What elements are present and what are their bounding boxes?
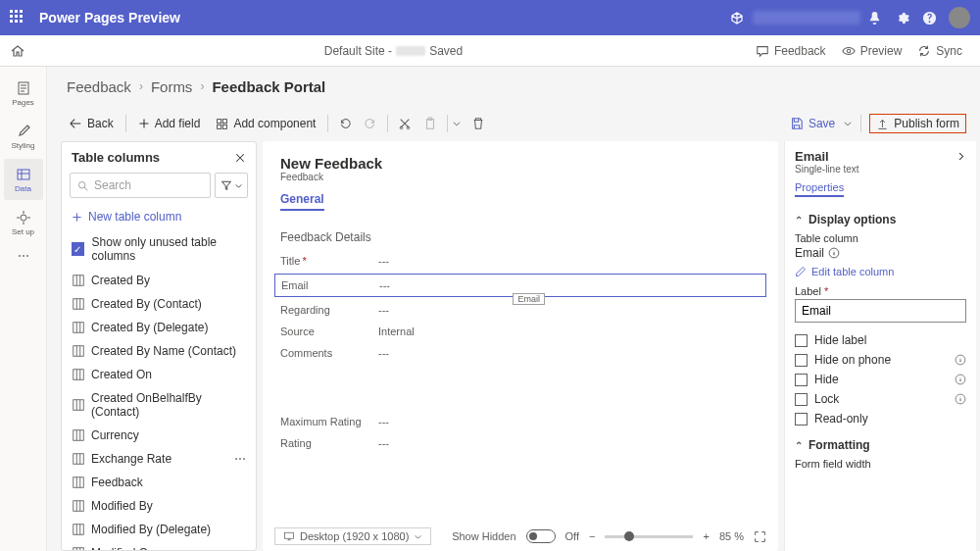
breadcrumb-item[interactable]: Feedback <box>67 78 131 95</box>
undo-button[interactable] <box>332 111 358 136</box>
form-field-row[interactable]: Maximum Rating--- <box>280 411 760 432</box>
prop-chevron-icon[interactable] <box>956 151 966 162</box>
label-input[interactable] <box>795 299 966 323</box>
show-unused-checkbox[interactable]: ✓Show only unused table columns <box>62 229 256 269</box>
rail-pages[interactable]: Pages <box>4 73 43 114</box>
app-launcher-icon[interactable] <box>10 10 25 25</box>
panel-title: Table columns <box>72 150 160 165</box>
rail-styling[interactable]: Styling <box>4 116 43 157</box>
redo-button[interactable] <box>358 111 383 136</box>
prop-type: Single-line text <box>795 164 966 175</box>
show-hidden-toggle[interactable] <box>526 529 556 543</box>
paste-button[interactable] <box>417 111 443 136</box>
feedback-button[interactable]: Feedback <box>748 44 834 58</box>
close-panel-icon[interactable] <box>234 152 246 164</box>
column-item[interactable]: Created By Name (Contact) <box>62 339 256 363</box>
show-hidden-state: Off <box>565 530 579 542</box>
edit-table-column-link[interactable]: Edit table column <box>795 266 966 277</box>
zoom-value: 85 % <box>719 530 744 542</box>
breadcrumb-current: Feedback Portal <box>212 78 325 95</box>
group-display[interactable]: Display options <box>808 213 896 226</box>
form-field-row[interactable]: Rating--- <box>280 432 760 454</box>
label-label: Label <box>795 285 821 297</box>
info-icon[interactable] <box>828 247 840 259</box>
add-field-button[interactable]: Add field <box>130 110 209 137</box>
delete-button[interactable] <box>466 111 491 136</box>
publish-form-button[interactable]: Publish form <box>869 114 966 133</box>
user-avatar[interactable] <box>949 7 970 28</box>
add-component-button[interactable]: Add component <box>208 110 323 137</box>
column-item[interactable]: Created On <box>62 363 256 386</box>
rail-setup[interactable]: Set up <box>4 202 43 243</box>
app-topbar: Power Pages Preview <box>0 0 980 35</box>
fullscreen-icon[interactable] <box>754 530 766 543</box>
form-canvas: New Feedback Feedback General Feedback D… <box>263 141 778 551</box>
zoom-slider[interactable] <box>605 535 693 538</box>
column-item[interactable]: Created By (Delegate) <box>62 316 256 339</box>
site-cmdbar: Default Site - Saved Feedback Preview Sy… <box>0 35 980 67</box>
site-name-prefix: Default Site - <box>324 44 392 58</box>
breadcrumb-item[interactable]: Forms <box>151 78 193 95</box>
group-formatting[interactable]: Formatting <box>808 438 870 452</box>
filter-button[interactable] <box>215 173 248 198</box>
form-field-row[interactable]: Title*--- <box>280 250 760 272</box>
column-item[interactable]: Created OnBelhalfBy (Contact) <box>62 386 256 424</box>
prop-checkbox[interactable]: Hide on phone <box>795 350 966 370</box>
cut-button[interactable] <box>392 111 417 136</box>
prop-checkbox[interactable]: Lock <box>795 389 966 409</box>
sync-button[interactable]: Sync <box>909 44 970 58</box>
notifications-icon[interactable] <box>860 4 888 31</box>
column-item[interactable]: Feedback <box>62 471 256 494</box>
paste-chevron[interactable] <box>452 119 466 128</box>
table-column-label: Table column <box>795 232 966 244</box>
site-name <box>396 46 425 56</box>
column-item[interactable]: Currency <box>62 424 256 447</box>
prop-name: Email <box>795 149 829 164</box>
help-icon[interactable] <box>915 4 943 31</box>
column-item[interactable]: Modified On <box>62 541 256 550</box>
zoom-in[interactable]: + <box>703 530 709 542</box>
back-button[interactable]: Back <box>61 110 122 137</box>
new-column-button[interactable]: New table column <box>62 204 256 229</box>
rail-more[interactable]: ⋯ <box>18 249 29 263</box>
form-field-width-label: Form field width <box>795 458 966 470</box>
column-item[interactable]: Modified By <box>62 494 256 518</box>
prop-checkbox[interactable]: Read-only <box>795 409 966 428</box>
show-hidden-label: Show Hidden <box>452 530 515 542</box>
properties-panel: Email Single-line text Properties ⌃Displ… <box>784 141 976 551</box>
form-field-row[interactable]: Comments--- <box>280 342 760 364</box>
environment-icon[interactable] <box>727 8 747 27</box>
left-rail: Pages Styling Data Set up ⋯ <box>0 67 47 551</box>
prop-checkbox[interactable]: Hide label <box>795 330 966 350</box>
table-columns-panel: Table columns Search New table column ✓S… <box>61 141 257 551</box>
form-title: New Feedback <box>280 155 760 172</box>
column-item[interactable]: Exchange Rate⋯ <box>62 447 256 471</box>
zoom-out[interactable]: − <box>589 530 595 542</box>
prop-tab-properties[interactable]: Properties <box>795 181 844 197</box>
column-item[interactable]: Created By (Contact) <box>62 292 256 316</box>
form-subtitle: Feedback <box>280 172 760 182</box>
column-item[interactable]: Modified By (Delegate) <box>62 518 256 541</box>
prop-checkbox[interactable]: Hide <box>795 370 966 389</box>
section-title: Feedback Details <box>280 230 760 244</box>
rail-data[interactable]: Data <box>4 159 43 200</box>
device-selector[interactable]: Desktop (1920 x 1080) <box>274 527 431 545</box>
form-toolbar: Back Add field Add component Save Publis… <box>47 106 980 141</box>
save-button[interactable]: Save <box>782 110 843 137</box>
table-column-value: Email <box>795 246 824 260</box>
save-chevron[interactable] <box>843 119 857 128</box>
environment-name <box>753 11 860 25</box>
form-field-row[interactable]: SourceInternal <box>280 321 760 342</box>
column-item[interactable]: Created By <box>62 269 256 292</box>
tab-general[interactable]: General <box>280 192 324 211</box>
breadcrumb: Feedback › Forms › Feedback Portal <box>47 67 980 106</box>
preview-button[interactable]: Preview <box>834 44 910 58</box>
app-title: Power Pages Preview <box>39 10 180 25</box>
settings-icon[interactable] <box>888 4 915 31</box>
form-field-row[interactable]: Email---Email <box>274 274 766 297</box>
search-input[interactable]: Search <box>70 173 211 198</box>
home-button[interactable] <box>10 43 39 59</box>
saved-indicator: Saved <box>429 44 463 58</box>
